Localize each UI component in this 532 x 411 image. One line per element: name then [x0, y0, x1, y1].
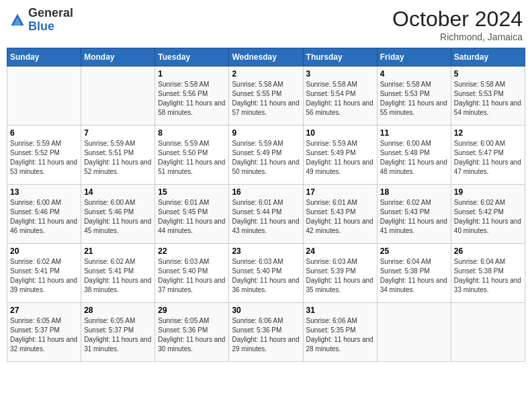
calendar-cell: 30Sunrise: 6:06 AMSunset: 5:36 PMDayligh…	[229, 303, 303, 362]
day-info: Sunrise: 5:58 AMSunset: 5:53 PMDaylight:…	[454, 80, 522, 118]
logo-icon	[9, 12, 26, 28]
day-info: Sunrise: 6:03 AMSunset: 5:40 PMDaylight:…	[158, 257, 226, 295]
day-number: 25	[380, 246, 448, 256]
calendar-body: 1Sunrise: 5:58 AMSunset: 5:56 PMDaylight…	[7, 66, 525, 362]
day-info: Sunrise: 6:05 AMSunset: 5:37 PMDaylight:…	[10, 316, 78, 354]
day-info: Sunrise: 6:04 AMSunset: 5:38 PMDaylight:…	[380, 257, 448, 295]
calendar-cell: 15Sunrise: 6:01 AMSunset: 5:45 PMDayligh…	[155, 185, 229, 244]
column-header-monday: Monday	[81, 48, 155, 66]
calendar-cell: 20Sunrise: 6:02 AMSunset: 5:41 PMDayligh…	[7, 244, 81, 303]
day-number: 19	[454, 187, 522, 197]
day-info: Sunrise: 6:01 AMSunset: 5:45 PMDaylight:…	[158, 198, 226, 236]
day-number: 9	[232, 128, 300, 138]
calendar-cell: 24Sunrise: 6:03 AMSunset: 5:39 PMDayligh…	[303, 244, 377, 303]
calendar-cell: 5Sunrise: 5:58 AMSunset: 5:53 PMDaylight…	[451, 66, 525, 126]
day-info: Sunrise: 5:58 AMSunset: 5:56 PMDaylight:…	[158, 80, 226, 118]
logo-general: General	[28, 6, 73, 19]
day-info: Sunrise: 6:02 AMSunset: 5:43 PMDaylight:…	[380, 198, 448, 236]
calendar-cell: 18Sunrise: 6:02 AMSunset: 5:43 PMDayligh…	[377, 185, 451, 244]
column-header-friday: Friday	[377, 48, 451, 66]
calendar-cell: 29Sunrise: 6:05 AMSunset: 5:36 PMDayligh…	[155, 303, 229, 362]
calendar-cell: 6Sunrise: 5:59 AMSunset: 5:52 PMDaylight…	[7, 126, 81, 185]
calendar-cell	[81, 66, 155, 126]
day-number: 6	[10, 128, 78, 138]
day-info: Sunrise: 5:58 AMSunset: 5:54 PMDaylight:…	[306, 80, 374, 118]
day-number: 8	[158, 128, 226, 138]
day-number: 31	[306, 306, 374, 315]
logo-blue: Blue	[28, 19, 54, 33]
calendar-cell: 8Sunrise: 5:59 AMSunset: 5:50 PMDaylight…	[155, 126, 229, 185]
month-title: October 2024	[392, 7, 523, 32]
day-number: 20	[10, 246, 78, 256]
calendar-cell: 25Sunrise: 6:04 AMSunset: 5:38 PMDayligh…	[377, 244, 451, 303]
calendar-cell: 27Sunrise: 6:05 AMSunset: 5:37 PMDayligh…	[7, 303, 81, 362]
calendar-cell: 22Sunrise: 6:03 AMSunset: 5:40 PMDayligh…	[155, 244, 229, 303]
day-number: 2	[232, 69, 300, 79]
column-header-wednesday: Wednesday	[229, 48, 303, 66]
page-header: General Blue October 2024 Richmond, Jama…	[7, 7, 525, 42]
calendar-cell: 11Sunrise: 6:00 AMSunset: 5:48 PMDayligh…	[377, 126, 451, 185]
day-number: 15	[158, 187, 226, 197]
calendar-cell: 4Sunrise: 5:58 AMSunset: 5:53 PMDaylight…	[377, 66, 451, 126]
calendar-cell: 3Sunrise: 5:58 AMSunset: 5:54 PMDaylight…	[303, 66, 377, 126]
day-number: 11	[380, 128, 448, 138]
calendar-cell: 14Sunrise: 6:00 AMSunset: 5:46 PMDayligh…	[81, 185, 155, 244]
day-number: 24	[306, 246, 374, 256]
day-info: Sunrise: 6:00 AMSunset: 5:48 PMDaylight:…	[380, 139, 448, 177]
calendar-cell	[451, 303, 525, 362]
calendar-header: SundayMondayTuesdayWednesdayThursdayFrid…	[7, 48, 525, 66]
calendar-cell: 21Sunrise: 6:02 AMSunset: 5:41 PMDayligh…	[81, 244, 155, 303]
calendar-cell: 9Sunrise: 5:59 AMSunset: 5:49 PMDaylight…	[229, 126, 303, 185]
title-block: October 2024 Richmond, Jamaica	[392, 7, 523, 42]
logo: General Blue	[9, 7, 73, 34]
calendar-cell: 13Sunrise: 6:00 AMSunset: 5:46 PMDayligh…	[7, 185, 81, 244]
day-number: 1	[158, 69, 226, 79]
day-info: Sunrise: 6:02 AMSunset: 5:42 PMDaylight:…	[454, 198, 522, 236]
day-info: Sunrise: 6:00 AMSunset: 5:46 PMDaylight:…	[10, 198, 78, 236]
day-info: Sunrise: 5:58 AMSunset: 5:55 PMDaylight:…	[232, 80, 300, 118]
day-info: Sunrise: 6:03 AMSunset: 5:39 PMDaylight:…	[306, 257, 374, 295]
day-info: Sunrise: 6:05 AMSunset: 5:37 PMDaylight:…	[84, 316, 152, 354]
day-info: Sunrise: 5:59 AMSunset: 5:51 PMDaylight:…	[84, 139, 152, 177]
day-number: 10	[306, 128, 374, 138]
week-row-1: 1Sunrise: 5:58 AMSunset: 5:56 PMDaylight…	[7, 66, 525, 126]
day-number: 4	[380, 69, 448, 79]
location-subtitle: Richmond, Jamaica	[392, 32, 523, 42]
day-number: 22	[158, 246, 226, 256]
calendar-cell: 26Sunrise: 6:04 AMSunset: 5:38 PMDayligh…	[451, 244, 525, 303]
day-info: Sunrise: 6:02 AMSunset: 5:41 PMDaylight:…	[10, 257, 78, 295]
day-info: Sunrise: 6:01 AMSunset: 5:43 PMDaylight:…	[306, 198, 374, 236]
day-number: 18	[380, 187, 448, 197]
calendar-cell: 28Sunrise: 6:05 AMSunset: 5:37 PMDayligh…	[81, 303, 155, 362]
week-row-4: 20Sunrise: 6:02 AMSunset: 5:41 PMDayligh…	[7, 244, 525, 303]
day-number: 27	[10, 306, 78, 315]
day-number: 23	[232, 246, 300, 256]
column-header-tuesday: Tuesday	[155, 48, 229, 66]
day-number: 30	[232, 306, 300, 315]
day-info: Sunrise: 6:00 AMSunset: 5:46 PMDaylight:…	[84, 198, 152, 236]
calendar-cell: 17Sunrise: 6:01 AMSunset: 5:43 PMDayligh…	[303, 185, 377, 244]
day-info: Sunrise: 6:06 AMSunset: 5:35 PMDaylight:…	[306, 316, 374, 354]
day-number: 21	[84, 246, 152, 256]
column-header-saturday: Saturday	[451, 48, 525, 66]
calendar-cell	[7, 66, 81, 126]
day-info: Sunrise: 6:01 AMSunset: 5:44 PMDaylight:…	[232, 198, 300, 236]
day-info: Sunrise: 5:59 AMSunset: 5:52 PMDaylight:…	[10, 139, 78, 177]
calendar-cell: 1Sunrise: 5:58 AMSunset: 5:56 PMDaylight…	[155, 66, 229, 126]
day-number: 12	[454, 128, 522, 138]
week-row-2: 6Sunrise: 5:59 AMSunset: 5:52 PMDaylight…	[7, 126, 525, 185]
day-info: Sunrise: 6:03 AMSunset: 5:40 PMDaylight:…	[232, 257, 300, 295]
logo-text: General Blue	[28, 7, 73, 34]
header-row: SundayMondayTuesdayWednesdayThursdayFrid…	[7, 48, 525, 66]
day-number: 16	[232, 187, 300, 197]
calendar-cell: 23Sunrise: 6:03 AMSunset: 5:40 PMDayligh…	[229, 244, 303, 303]
day-number: 28	[84, 306, 152, 315]
calendar-cell: 10Sunrise: 5:59 AMSunset: 5:49 PMDayligh…	[303, 126, 377, 185]
column-header-sunday: Sunday	[7, 48, 81, 66]
day-info: Sunrise: 6:00 AMSunset: 5:47 PMDaylight:…	[454, 139, 522, 177]
calendar-table: SundayMondayTuesdayWednesdayThursdayFrid…	[7, 48, 525, 362]
day-info: Sunrise: 6:04 AMSunset: 5:38 PMDaylight:…	[454, 257, 522, 295]
calendar-cell: 12Sunrise: 6:00 AMSunset: 5:47 PMDayligh…	[451, 126, 525, 185]
day-number: 14	[84, 187, 152, 197]
calendar-cell: 16Sunrise: 6:01 AMSunset: 5:44 PMDayligh…	[229, 185, 303, 244]
